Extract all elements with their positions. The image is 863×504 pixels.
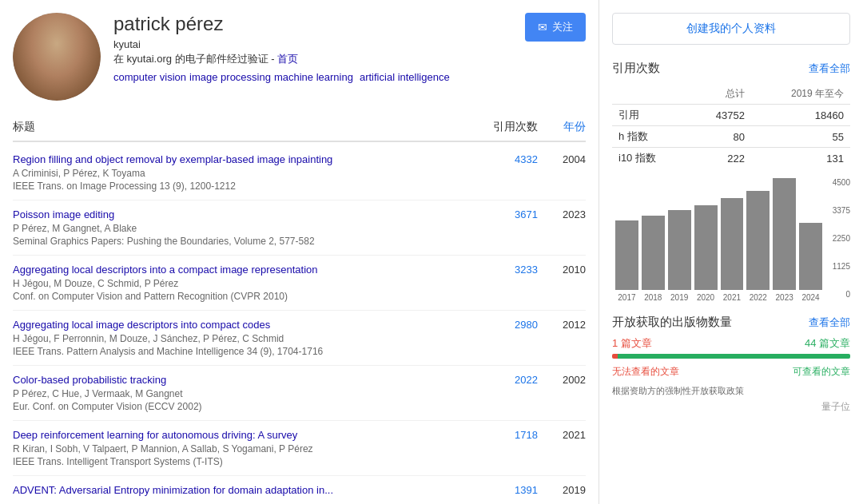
citations-row-total: 80 bbox=[688, 126, 751, 148]
paper-citations[interactable]: 3233 bbox=[466, 264, 538, 276]
y-axis: 45003375225011250 bbox=[822, 178, 850, 302]
tag-image-processing[interactable]: image processing bbox=[189, 71, 271, 83]
paper-year: 2019 bbox=[538, 484, 586, 496]
citations-section: 引用次数 查看全部 总计 2019 年至今 引用 43752 18460 h 指… bbox=[612, 61, 850, 302]
citations-row: 引用 43752 18460 bbox=[612, 105, 850, 126]
table-row: ADVENT: Adversarial Entropy minimization… bbox=[13, 476, 586, 504]
profile-affiliation: kyutai bbox=[113, 38, 525, 50]
col-title-header: 标题 bbox=[13, 120, 466, 134]
paper-citations[interactable]: 3671 bbox=[466, 208, 538, 220]
chart-bar[interactable] bbox=[746, 191, 770, 290]
paper-info: Aggregating local image descriptors into… bbox=[13, 319, 466, 357]
chart-bar[interactable] bbox=[642, 216, 665, 290]
paper-title[interactable]: Aggregating local descriptors into a com… bbox=[13, 264, 466, 276]
open-access-view-all-link[interactable]: 查看全部 bbox=[809, 315, 850, 330]
access-count-row: 1 篇文章 44 篇文章 bbox=[612, 336, 850, 351]
paper-venue: IEEE Trans. Intelligent Transport System… bbox=[13, 456, 466, 467]
access-count-unavailable: 1 篇文章 bbox=[612, 336, 652, 351]
watermark: 量子位 bbox=[612, 400, 850, 414]
citations-row-since: 18460 bbox=[751, 105, 850, 126]
table-row: Poisson image editing P Pérez, M Gangnet… bbox=[13, 200, 586, 256]
citations-chart: 20172018201920202021202220232024 4500337… bbox=[612, 178, 850, 302]
chart-bar[interactable] bbox=[694, 205, 718, 290]
citations-row-since: 55 bbox=[751, 126, 850, 148]
paper-citations[interactable]: 1391 bbox=[466, 484, 538, 496]
paper-info: Poisson image editing P Pérez, M Gangnet… bbox=[13, 208, 466, 247]
paper-authors: P Pérez, C Hue, J Vermaak, M Gangnet bbox=[13, 388, 466, 399]
create-profile-button[interactable]: 创建我的个人资料 bbox=[612, 13, 850, 45]
bar-year-label: 2018 bbox=[642, 293, 665, 302]
y-axis-label: 4500 bbox=[833, 178, 850, 187]
citations-row-label: 引用 bbox=[612, 105, 688, 126]
paper-venue: IEEE Trans. on Image Processing 13 (9), … bbox=[13, 181, 466, 192]
paper-citations[interactable]: 1718 bbox=[466, 429, 538, 441]
paper-year: 2012 bbox=[538, 319, 586, 331]
citations-table: 总计 2019 年至今 引用 43752 18460 h 指数 80 55 i1… bbox=[612, 84, 850, 169]
profile-section: patrick pérez kyutai 在 kyutai.org 的电子邮件经… bbox=[13, 13, 586, 101]
chart-bar[interactable] bbox=[721, 198, 744, 290]
profile-name: patrick pérez bbox=[113, 13, 525, 35]
citations-row-total: 222 bbox=[688, 148, 751, 169]
paper-title[interactable]: Region filling and object removal by exe… bbox=[13, 153, 466, 165]
chart-bar[interactable] bbox=[773, 178, 796, 290]
y-axis-label: 1125 bbox=[833, 262, 850, 271]
paper-authors: H Jégou, F Perronnin, M Douze, J Sánchez… bbox=[13, 333, 466, 344]
col-citations-header: 引用次数 bbox=[466, 120, 538, 134]
access-label-unavailable: 无法查看的文章 bbox=[612, 365, 679, 379]
paper-year: 2021 bbox=[538, 429, 586, 441]
tag-machine-learning[interactable]: machine learning bbox=[274, 71, 353, 83]
paper-info: ADVENT: Adversarial Entropy minimization… bbox=[13, 484, 466, 498]
papers-list: Region filling and object removal by exe… bbox=[13, 145, 586, 504]
paper-venue: Conf. on Computer Vision and Pattern Rec… bbox=[13, 291, 466, 302]
chart-bar[interactable] bbox=[799, 223, 822, 290]
access-note: 根据资助方的强制性开放获取政策 bbox=[612, 385, 850, 397]
access-label-row: 无法查看的文章 可查看的文章 bbox=[612, 365, 850, 379]
homepage-link[interactable]: 首页 bbox=[277, 53, 298, 65]
citations-row-label: h 指数 bbox=[612, 126, 688, 148]
y-axis-label: 2250 bbox=[833, 234, 850, 243]
paper-title[interactable]: Deep reinforcement learning for autonomo… bbox=[13, 429, 466, 441]
paper-authors: P Pérez, M Gangnet, A Blake bbox=[13, 223, 466, 234]
paper-authors: R Kiran, I Sobh, V Talpaert, P Mannion, … bbox=[13, 443, 466, 454]
paper-venue: IEEE Trans. Pattern Analysis and Machine… bbox=[13, 346, 466, 357]
citations-view-all-link[interactable]: 查看全部 bbox=[809, 62, 850, 76]
table-row: Deep reinforcement learning for autonomo… bbox=[13, 421, 586, 476]
bar-year-label: 2021 bbox=[721, 293, 744, 302]
y-axis-label: 0 bbox=[845, 290, 850, 299]
bar-year-label: 2020 bbox=[694, 293, 718, 302]
tag-artificial-intelligence[interactable]: artificial intelligence bbox=[360, 71, 450, 83]
paper-year: 2002 bbox=[538, 374, 586, 386]
paper-authors: H Jégou, M Douze, C Schmid, P Pérez bbox=[13, 278, 466, 289]
table-row: Aggregating local descriptors into a com… bbox=[13, 256, 586, 311]
paper-title[interactable]: Poisson image editing bbox=[13, 208, 466, 220]
table-row: Aggregating local image descriptors into… bbox=[13, 311, 586, 366]
email-icon: ✉ bbox=[538, 21, 547, 34]
paper-year: 2004 bbox=[538, 153, 586, 165]
tag-computer-vision[interactable]: computer vision bbox=[113, 71, 186, 83]
paper-info: Aggregating local descriptors into a com… bbox=[13, 264, 466, 302]
access-bar bbox=[612, 354, 850, 359]
y-axis-label: 3375 bbox=[833, 206, 850, 215]
citations-section-title: 引用次数 bbox=[612, 61, 660, 76]
open-access-header: 开放获取的出版物数量 查看全部 bbox=[612, 315, 850, 330]
follow-button[interactable]: ✉ 关注 bbox=[525, 13, 586, 42]
citations-row: h 指数 80 55 bbox=[612, 126, 850, 148]
paper-citations[interactable]: 2022 bbox=[466, 374, 538, 386]
paper-info: Color-based probabilistic tracking P Pér… bbox=[13, 374, 466, 412]
paper-authors: A Criminisi, P Pérez, K Toyama bbox=[13, 168, 466, 179]
paper-title[interactable]: ADVENT: Adversarial Entropy minimization… bbox=[13, 484, 466, 496]
chart-bar[interactable] bbox=[668, 210, 691, 290]
paper-title[interactable]: Aggregating local image descriptors into… bbox=[13, 319, 466, 331]
paper-citations[interactable]: 4332 bbox=[466, 153, 538, 165]
bar-year-label: 2023 bbox=[773, 293, 796, 302]
paper-title[interactable]: Color-based probabilistic tracking bbox=[13, 374, 466, 386]
col-year-header[interactable]: 年份 bbox=[538, 120, 586, 134]
bar-year-label: 2024 bbox=[799, 293, 822, 302]
paper-info: Region filling and object removal by exe… bbox=[13, 153, 466, 192]
chart-bar[interactable] bbox=[615, 220, 638, 290]
paper-citations[interactable]: 2980 bbox=[466, 319, 538, 331]
table-row: Region filling and object removal by exe… bbox=[13, 145, 586, 200]
paper-year: 2023 bbox=[538, 208, 586, 220]
follow-label: 关注 bbox=[552, 20, 573, 34]
open-access-section: 开放获取的出版物数量 查看全部 1 篇文章 44 篇文章 无法查看的文章 可查看… bbox=[612, 315, 850, 414]
